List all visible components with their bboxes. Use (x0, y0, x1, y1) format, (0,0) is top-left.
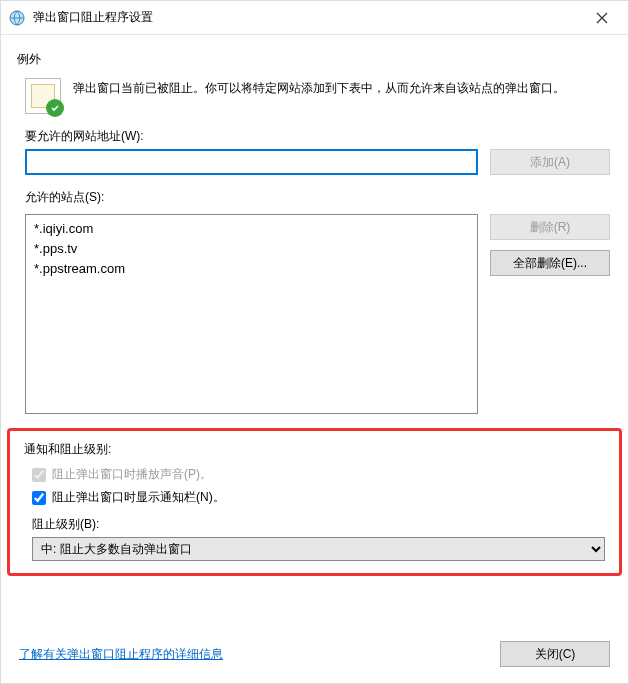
learn-more-link[interactable]: 了解有关弹出窗口阻止程序的详细信息 (19, 646, 223, 663)
dialog-title: 弹出窗口阻止程序设置 (33, 9, 582, 26)
remove-button[interactable]: 删除(R) (490, 214, 610, 240)
close-icon[interactable] (582, 4, 622, 32)
blocking-level-select[interactable]: 中: 阻止大多数自动弹出窗口 (32, 537, 605, 561)
info-row: 弹出窗口当前已被阻止。你可以将特定网站添加到下表中，从而允许来自该站点的弹出窗口… (15, 70, 614, 124)
allowed-sites-list[interactable]: *.iqiyi.com*.pps.tv*.ppstream.com (25, 214, 478, 414)
list-item[interactable]: *.pps.tv (34, 239, 469, 259)
show-bar-label: 阻止弹出窗口时显示通知栏(N)。 (52, 489, 225, 506)
play-sound-checkbox (32, 468, 46, 482)
list-item[interactable]: *.ppstream.com (34, 259, 469, 279)
remove-all-button[interactable]: 全部删除(E)... (490, 250, 610, 276)
exceptions-label: 例外 (17, 51, 614, 68)
play-sound-label: 阻止弹出窗口时播放声音(P)。 (52, 466, 212, 483)
show-bar-row[interactable]: 阻止弹出窗口时显示通知栏(N)。 (32, 489, 605, 506)
level-label: 阻止级别(B): (32, 516, 605, 533)
list-item[interactable]: *.iqiyi.com (34, 219, 469, 239)
address-input[interactable] (25, 149, 478, 175)
dialog-body: 例外 弹出窗口当前已被阻止。你可以将特定网站添加到下表中，从而允许来自该站点的弹… (1, 35, 628, 627)
close-button[interactable]: 关闭(C) (500, 641, 610, 667)
address-label: 要允许的网站地址(W): (25, 128, 614, 145)
notification-group-highlight: 通知和阻止级别: 阻止弹出窗口时播放声音(P)。 阻止弹出窗口时显示通知栏(N)… (7, 428, 622, 576)
exceptions-icon (25, 78, 61, 114)
add-button[interactable]: 添加(A) (490, 149, 610, 175)
titlebar: 弹出窗口阻止程序设置 (1, 1, 628, 35)
notification-group-title: 通知和阻止级别: (24, 441, 605, 458)
info-text: 弹出窗口当前已被阻止。你可以将特定网站添加到下表中，从而允许来自该站点的弹出窗口… (73, 78, 565, 98)
popup-blocker-settings-dialog: 弹出窗口阻止程序设置 例外 弹出窗口当前已被阻止。你可以将特定网站添加到下表中，… (0, 0, 629, 684)
app-icon (9, 10, 25, 26)
footer: 了解有关弹出窗口阻止程序的详细信息 关闭(C) (1, 627, 628, 683)
show-bar-checkbox[interactable] (32, 491, 46, 505)
play-sound-row: 阻止弹出窗口时播放声音(P)。 (32, 466, 605, 483)
allowed-sites-label: 允许的站点(S): (25, 189, 614, 206)
